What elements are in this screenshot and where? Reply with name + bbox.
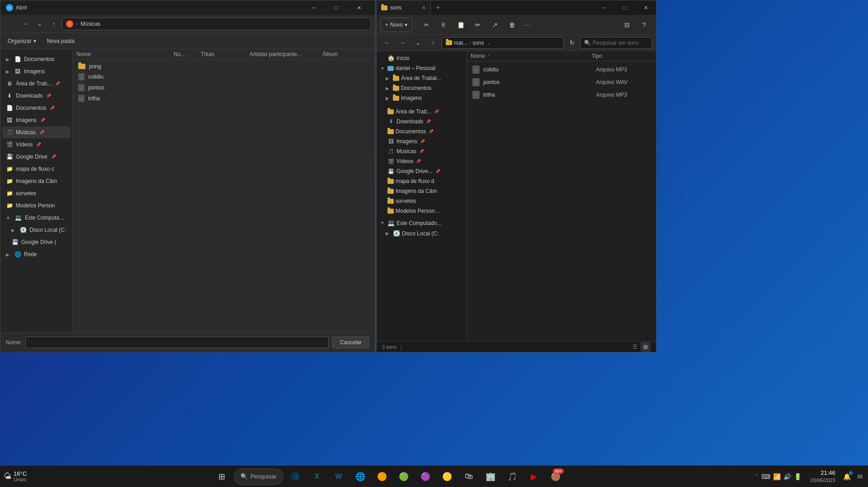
maximize-button[interactable]: □ [326,0,347,15]
tree-item-mapa[interactable]: mapa de fluxo d [377,176,467,186]
search-box[interactable]: 🔍 [580,37,652,49]
sidebar-item-docs2[interactable]: 📄 Documentos 📌 [2,102,71,114]
close-button[interactable]: ✕ [349,0,369,15]
back-button[interactable]: ← [4,18,17,30]
help-button[interactable]: ? [636,17,652,33]
refresh-button[interactable]: ↻ [566,37,578,49]
sidebar-item-images2[interactable]: 🖼 Imagens 📌 [2,114,71,126]
tree-item-modelos[interactable]: Modelos Person... [377,206,467,216]
sidebar-item-videos[interactable]: 🎬 Vídeos 📌 [2,139,71,150]
col-title[interactable]: Título [201,51,250,57]
address-bar[interactable]: › Músicas [62,18,371,30]
organize-button[interactable]: Organizar ▾ [4,36,40,46]
cancel-button[interactable]: Cancelar [332,337,369,348]
exp-history-button[interactable]: ⌄ [411,36,425,50]
paste-button[interactable]: 📋 [453,17,469,33]
content-item-colidiu[interactable]: ♪ colidiu Arquivo MP3 [469,63,654,76]
content-item-trilha[interactable]: ♪ trilha Arquivo MP3 [469,89,654,101]
tree-item-music-pinned[interactable]: 🎵 Músicas 📌 [377,146,467,156]
tray-icon-wifi[interactable]: 📶 [773,473,781,480]
start-button[interactable]: ⊞ [212,467,232,487]
sidebar-item-desktop[interactable]: 🖥 Área de Trab... 📌 [2,78,71,89]
search-input[interactable] [593,40,660,46]
col-artists[interactable]: Artistas participante... [250,51,322,57]
tree-item-images[interactable]: ▶ Imagens [377,93,467,103]
tree-item-video-pinned[interactable]: 🎬 Vídeos 📌 [377,156,467,166]
taskbar-app-badge[interactable]: 🟤 99+ [546,467,566,487]
tree-item-disk[interactable]: ▶ 💽 Disco Local (C: [377,228,467,239]
taskbar-app-store[interactable]: 🛍 [459,467,479,487]
addr-expand-arrow[interactable]: ⌄ [487,40,491,45]
col-number[interactable]: Nú... [174,51,201,57]
taskbar-search[interactable]: 🔍 Pesquisar [234,468,283,485]
sidebar-item-downloads[interactable]: ⬇ Downloads 📌 [2,90,71,102]
share-button[interactable]: ↗ [487,17,503,33]
system-clock[interactable]: 21:46 03/06/2023 [807,469,839,483]
taskbar-app-word[interactable]: W [329,467,349,487]
list-view-button[interactable]: ⊞ [641,342,651,352]
sidebar-item-mapa[interactable]: 📁 mapa de fluxo c [2,163,71,175]
cut-button[interactable]: ✂ [418,17,434,33]
tree-item-desktop[interactable]: ▶ Área de Trabal... [377,73,467,83]
exp-back-button[interactable]: ← [380,36,394,50]
exp-forward-button[interactable]: → [396,36,409,50]
taskbar-app-spotify[interactable]: 🎵 [502,467,522,487]
content-item-pontos[interactable]: ♫ pontos Arquivo WAV [469,76,654,89]
exp-close-button[interactable]: ✕ [635,0,656,15]
sidebar-item-music[interactable]: 🎵 Músicas 📌 [2,126,71,138]
sidebar-item-images[interactable]: ▶ 🖼 Imagens [2,66,71,77]
new-folder-button[interactable]: Nova pasta [43,36,78,46]
tab-close-button[interactable]: ✕ [422,5,426,11]
tab-sons[interactable]: sons ✕ [377,0,431,15]
copy-button[interactable]: ⎘ [435,17,452,33]
file-item-pontos[interactable]: ♪ pontos [75,82,373,93]
content-col-type[interactable]: Tipo [592,53,652,59]
sidebar-item-disk[interactable]: ▶ 💽 Disco Local (C: [2,224,71,236]
tray-expand-button[interactable]: ⌃ [755,473,759,479]
taskbar-app-excel[interactable]: X [307,467,327,487]
tray-icon-1[interactable]: ⌨ [761,473,770,480]
notification-button[interactable]: 🔔 [841,470,854,483]
sidebar-item-computer[interactable]: ▼ 💻 Este Computado... [2,212,71,224]
exp-maximize-button[interactable]: □ [614,0,635,15]
rename-button[interactable]: ✏ [470,17,486,33]
sidebar-item-sorvetes[interactable]: 📁 sorvetes [2,187,71,199]
taskbar-app-edge[interactable]: Ⓑ [285,467,305,487]
new-tab-button[interactable]: + [431,0,445,15]
tree-item-home[interactable]: 🏠 Início [377,53,467,63]
tray-icon-volume[interactable]: 🔊 [783,473,791,480]
col-name[interactable]: Nome [76,51,174,57]
details-view-button[interactable]: ☰ [630,342,640,352]
tree-item-gdrive-pinned[interactable]: 💾 Google Drive... 📌 [377,166,467,176]
tree-item-sorvetes[interactable]: sorvetes [377,196,467,206]
history-button[interactable]: ⌄ [33,18,46,30]
taskbar-app-ppt[interactable]: 🟠 [372,467,392,487]
explorer-address-bar[interactable]: mat... › sons ⌄ [442,37,564,49]
forward-button[interactable]: → [19,18,31,30]
content-col-name[interactable]: Nome ⌃ [471,53,592,59]
tree-item-img-pinned[interactable]: 🖼 Imagens 📌 [377,136,467,146]
taskbar-app-youtube[interactable]: ▶ [524,467,544,487]
taskbar-app-files[interactable]: 🟡 [437,467,457,487]
exp-minimize-button[interactable]: ─ [594,0,614,15]
tray-icon-battery[interactable]: 🔋 [794,473,802,480]
sidebar-item-network[interactable]: ▶ 🌐 Rede [2,248,71,260]
file-item-colidiu[interactable]: ♪ colidiu [75,71,373,82]
col-album[interactable]: Álbum [322,51,371,57]
new-button[interactable]: + Novo ▾ [380,18,412,32]
more-options-button[interactable]: ··· [521,21,535,28]
taskbar-app-edge2[interactable]: 🌐 [350,467,370,487]
tree-item-dl-pinned[interactable]: ⬇ Downloads 📌 [377,117,467,126]
tree-item-docs-pinned[interactable]: Documentos 📌 [377,126,467,136]
taskbar-app-app6[interactable]: 🟢 [394,467,414,487]
minimize-button[interactable]: ─ [303,0,324,15]
taskbar-app-teams[interactable]: 🏢 [481,467,500,487]
delete-button[interactable]: 🗑 [504,17,520,33]
tree-item-docs[interactable]: ▶ Documentos [377,83,467,93]
weather-widget[interactable]: 🌤 16°C Limpo [0,470,30,483]
tree-item-computer[interactable]: ▼ 💻 Este Computado... [377,218,467,228]
sidebar-item-gdrive[interactable]: 💾 Google Drive 📌 [2,151,71,163]
tree-item-daniel[interactable]: ▼ daniel – Pessoal [377,63,467,73]
sidebar-item-camera[interactable]: 📁 Imagens da Câm [2,175,71,187]
sidebar-item-modelos[interactable]: 📁 Modelos Person [2,200,71,211]
